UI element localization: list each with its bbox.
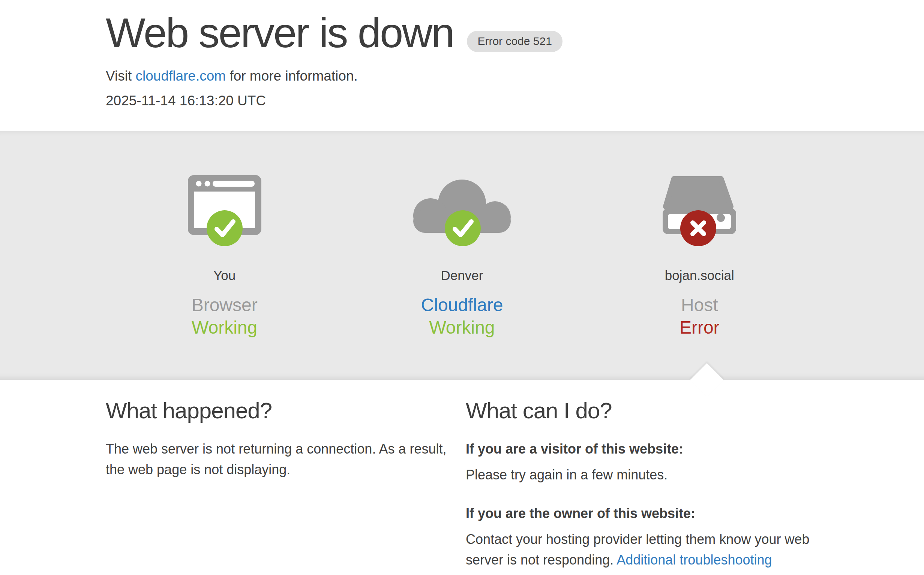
node-role-cloudflare: Cloudflare xyxy=(343,294,580,316)
owner-label: If you are the owner of this website: xyxy=(466,503,818,524)
node-status-host: Error xyxy=(581,317,818,338)
node-status-browser: Working xyxy=(106,317,343,338)
header-section: Web server is down Error code 521 Visit … xyxy=(0,0,924,131)
status-col-cloudflare: Denver Cloudflare Working xyxy=(343,175,580,338)
cloud-icon xyxy=(343,175,580,247)
visitor-text: Please try again in a few minutes. xyxy=(466,464,818,485)
server-icon xyxy=(581,175,818,247)
what-happened-column: What happened? The web server is not ret… xyxy=(106,397,462,575)
owner-text: Contact your hosting provider letting th… xyxy=(466,529,818,575)
what-can-i-do-heading: What can I do? xyxy=(466,397,818,424)
error-code-badge: Error code 521 xyxy=(467,31,562,52)
more-info-line: Visit cloudflare.com for more informatio… xyxy=(106,67,818,85)
node-role-browser: Browser xyxy=(106,294,343,316)
owner-text-after-link: . xyxy=(533,573,536,575)
timestamp: 2025-11-14 16:13:20 UTC xyxy=(106,92,818,110)
visitor-label: If you are a visitor of this website: xyxy=(466,438,818,459)
what-can-i-do-column: What can I do? If you are a visitor of t… xyxy=(466,397,818,575)
visit-suffix-text: for more information. xyxy=(229,68,357,84)
status-col-browser: You Browser Working xyxy=(106,175,343,338)
node-name-you: You xyxy=(106,267,343,284)
cloudflare-link[interactable]: cloudflare.com xyxy=(136,68,226,84)
status-col-host: bojan.social Host Error xyxy=(581,175,818,338)
page-title: Web server is down xyxy=(106,8,453,58)
node-name-denver: Denver xyxy=(343,267,580,284)
visit-prefix-text: Visit xyxy=(106,68,132,84)
node-role-host: Host xyxy=(581,294,818,316)
what-happened-text: The web server is not returning a connec… xyxy=(106,438,462,480)
node-status-cloudflare: Working xyxy=(343,317,580,338)
status-section: You Browser Working Denver Cloudflare Wo… xyxy=(0,131,924,380)
node-name-host: bojan.social xyxy=(581,267,818,284)
browser-icon xyxy=(106,175,343,247)
info-section: What happened? The web server is not ret… xyxy=(106,380,818,575)
title-row: Web server is down Error code 521 xyxy=(106,8,818,58)
cloudflare-status-link[interactable]: Cloudflare xyxy=(421,295,503,315)
what-happened-heading: What happened? xyxy=(106,397,462,424)
